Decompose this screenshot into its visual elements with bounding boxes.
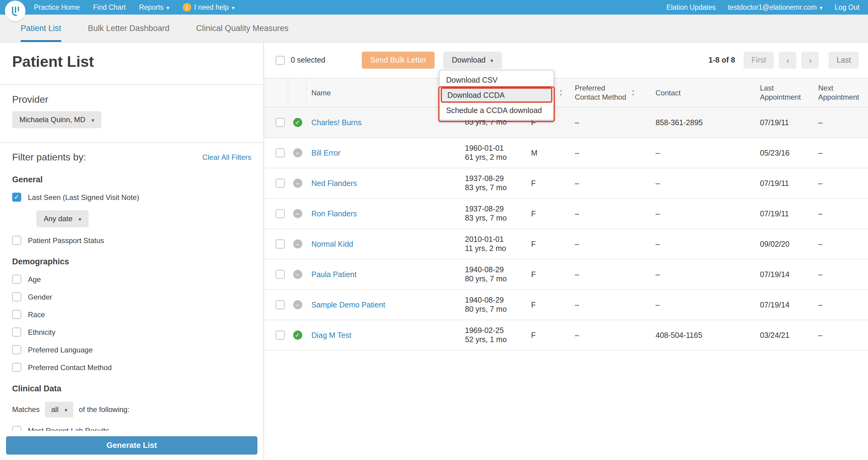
age-value: 80 yrs, 7 mo	[465, 275, 507, 284]
preferred-language-checkbox[interactable]	[12, 345, 21, 354]
patient-link[interactable]: Charles! Burns	[311, 118, 362, 127]
download-menu: Download CSV Download CCDA Schedule a CC…	[439, 70, 554, 120]
filter-age-row: Age	[12, 275, 251, 284]
row-checkbox[interactable]	[276, 209, 285, 218]
patient-link[interactable]: Ned Flanders	[311, 179, 357, 188]
row-checkbox[interactable]	[276, 239, 285, 249]
prev-page-button[interactable]	[779, 52, 797, 69]
patient-list-main: 0 selected Send Bulk Letter Download 1-8…	[264, 42, 868, 459]
ethnicity-checkbox[interactable]	[12, 327, 21, 337]
header-name[interactable]: Name	[307, 88, 449, 97]
patient-table: Name Preferred Contact Method Contact La…	[264, 78, 868, 351]
preferred-contact-checkbox[interactable]	[12, 363, 21, 372]
nav-account-menu[interactable]: testdoctor1@elationemr.com	[728, 4, 823, 11]
provider-dropdown[interactable]: Michaela Quinn, MD	[12, 111, 102, 128]
menu-item-download-csv[interactable]: Download CSV	[439, 72, 554, 87]
header-contact: Contact	[654, 88, 759, 97]
elation-logo-icon[interactable]	[5, 1, 26, 21]
page-title: Patient List	[12, 53, 251, 70]
check-circle-icon	[293, 330, 302, 340]
header-next-appointment: Next Appointment	[816, 84, 868, 102]
patient-link[interactable]: Normal Kidd	[311, 240, 353, 248]
preferred-contact-value: –	[572, 270, 654, 279]
filter-preferred-language-row: Preferred Language	[12, 345, 251, 354]
next-appointment-value: –	[816, 240, 868, 248]
next-page-button[interactable]	[802, 52, 819, 69]
last-seen-checkbox[interactable]	[12, 193, 21, 202]
tab-clinical-quality-measures[interactable]: Clinical Quality Measures	[196, 15, 289, 42]
download-dropdown-button[interactable]: Download	[443, 52, 502, 69]
nav-need-help-menu[interactable]: I need help	[183, 3, 235, 11]
gender-checkbox[interactable]	[12, 292, 21, 301]
row-checkbox[interactable]	[276, 270, 285, 279]
contact-value: –	[654, 270, 759, 279]
last-page-button[interactable]: Last	[829, 52, 859, 69]
next-appointment-value: –	[816, 149, 868, 157]
nav-find-chart[interactable]: Find Chart	[93, 4, 126, 11]
filter-passport-row: Patient Passport Status	[12, 236, 251, 245]
header-checkbox-col	[264, 78, 288, 107]
chevron-down-icon	[91, 115, 94, 124]
nav-reports-menu[interactable]: Reports	[139, 4, 169, 11]
patient-link[interactable]: Diag M Test	[311, 331, 351, 339]
last-appointment-value: 09/02/20	[759, 240, 816, 248]
minus-circle-icon	[293, 179, 302, 188]
table-row: Ron Flanders 1937-08-2983 yrs, 7 mo F – …	[264, 199, 868, 229]
row-checkbox[interactable]	[276, 300, 285, 309]
sex-value: M	[519, 149, 572, 157]
navbar-right-group: Elation Updates testdoctor1@elationemr.c…	[666, 4, 860, 11]
row-checkbox[interactable]	[276, 148, 285, 157]
nav-log-out[interactable]: Log Out	[835, 4, 860, 11]
row-checkbox[interactable]	[276, 330, 285, 340]
select-all-checkbox[interactable]	[276, 56, 285, 65]
row-checkbox[interactable]	[276, 118, 285, 127]
last-seen-date-dropdown[interactable]: Any date	[36, 210, 89, 227]
menu-item-schedule-ccda[interactable]: Schedule a CCDA download	[439, 103, 554, 118]
menu-item-download-ccda[interactable]: Download CCDA	[441, 87, 552, 103]
age-value: 83 yrs, 7 mo	[465, 183, 507, 192]
chevron-down-icon	[820, 4, 823, 11]
sort-icon[interactable]	[559, 89, 563, 96]
matches-suffix-label: of the following:	[79, 405, 130, 414]
top-navbar: Practice Home Find Chart Reports I need …	[0, 0, 868, 15]
nav-reports-label: Reports	[139, 4, 163, 11]
filter-ethnicity-row: Ethnicity	[12, 327, 251, 337]
race-checkbox[interactable]	[12, 310, 21, 319]
matches-dropdown[interactable]: all	[45, 402, 73, 418]
header-preferred-contact[interactable]: Preferred Contact Method	[572, 84, 654, 102]
age-value: 11 yrs, 2 mo	[465, 244, 506, 253]
contact-value: 408-504-1165	[654, 331, 759, 339]
sex-value: F	[519, 179, 572, 188]
passport-status-checkbox[interactable]	[12, 236, 21, 245]
preferred-contact-value: –	[572, 149, 654, 157]
patient-link[interactable]: Sample Demo Patient	[311, 300, 385, 309]
patient-link[interactable]: Paula Patient	[311, 270, 356, 279]
nav-elation-updates[interactable]: Elation Updates	[666, 4, 716, 11]
help-alert-icon	[183, 3, 191, 11]
nav-need-help-label: I need help	[194, 4, 229, 11]
matches-row: Matches all of the following:	[12, 402, 251, 418]
sort-icon[interactable]	[631, 89, 635, 96]
patient-link[interactable]: Bill Error	[311, 149, 341, 157]
generate-list-button[interactable]: Generate List	[6, 436, 257, 454]
nav-practice-home[interactable]: Practice Home	[34, 4, 80, 11]
clear-all-filters-link[interactable]: Clear All Filters	[203, 153, 251, 161]
tab-bulk-letter-label: Bulk Letter Dashboard	[88, 24, 169, 33]
sex-value: F	[519, 240, 572, 248]
first-page-button[interactable]: First	[744, 52, 774, 69]
row-checkbox[interactable]	[276, 179, 285, 188]
patient-link[interactable]: Ron Flanders	[311, 209, 357, 218]
tab-bulk-letter-dashboard[interactable]: Bulk Letter Dashboard	[88, 15, 169, 42]
minus-circle-icon	[293, 300, 302, 309]
next-appointment-value: –	[816, 179, 868, 188]
dob-value: 1940-08-29	[465, 296, 507, 305]
tab-patient-list[interactable]: Patient List	[21, 15, 61, 42]
table-row: Normal Kidd 2010-01-0111 yrs, 2 mo F – –…	[264, 229, 868, 259]
table-row: Ned Flanders 1937-08-2983 yrs, 7 mo F – …	[264, 168, 868, 199]
filter-race-row: Race	[12, 310, 251, 319]
send-bulk-letter-button[interactable]: Send Bulk Letter	[362, 52, 435, 69]
check-circle-icon	[293, 118, 302, 127]
account-email-label: testdoctor1@elationemr.com	[728, 4, 817, 11]
sex-value: F	[519, 270, 572, 279]
age-checkbox[interactable]	[12, 275, 21, 284]
